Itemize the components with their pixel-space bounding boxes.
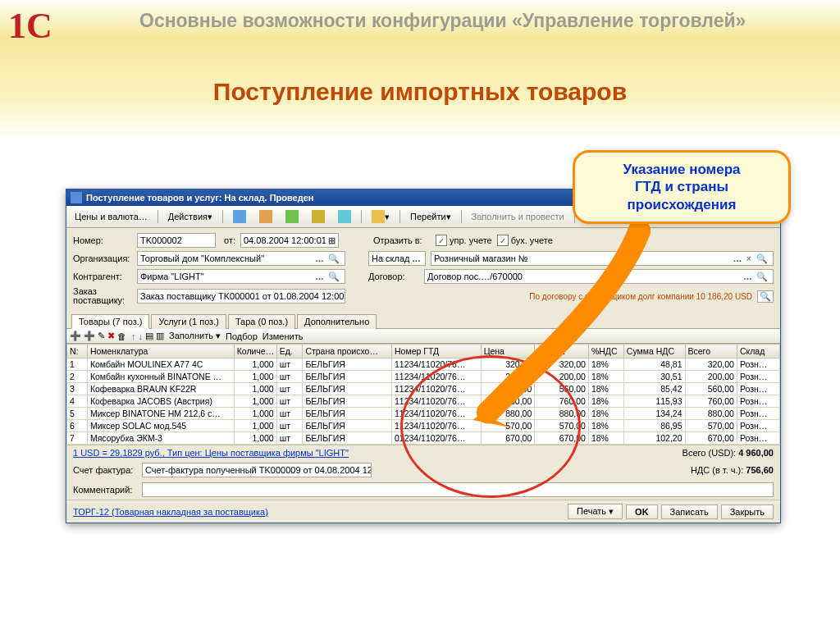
report-icon[interactable] <box>333 208 356 225</box>
date-picker-icon[interactable]: ⊞ <box>326 235 337 246</box>
tab-tare[interactable]: Тара (0 поз.) <box>228 314 295 329</box>
copy-row-icon[interactable]: ➕ <box>84 331 95 341</box>
window-icon <box>71 192 82 203</box>
window-title: Поступление товаров и услуг: На склад. П… <box>86 193 313 203</box>
move-down-icon[interactable]: ↓ <box>139 331 144 341</box>
user-icon[interactable] <box>307 208 330 225</box>
order-label: Заказпоставщику: <box>73 287 132 305</box>
counterparty-field[interactable]: Фирма "LIGHT"…🔍 <box>137 269 345 284</box>
table-header: N:НоменклатураКоличе…Ед. Страна происхо…… <box>67 345 780 358</box>
tab-goods[interactable]: Товары (7 поз.) <box>71 314 149 329</box>
number-label: Номер: <box>73 235 132 245</box>
page-header: Основные возможности конфигурации «Управ… <box>139 10 824 32</box>
tree-icon[interactable] <box>281 208 304 225</box>
table-row[interactable]: 7Мясорубка ЭКМ-31,000штБЕЛЬГИЯ01234/1102… <box>67 432 780 445</box>
callout-arrow <box>434 223 655 420</box>
doc-icon[interactable]: ▾ <box>367 208 395 225</box>
paste-icon[interactable] <box>228 208 251 225</box>
fill-dropdown[interactable]: Заполнить ▾ <box>169 331 221 341</box>
close-button[interactable]: Закрыть <box>721 504 774 519</box>
from-label: от: <box>224 235 235 245</box>
ok-button[interactable]: OK <box>626 504 658 519</box>
goto-dropdown[interactable]: Перейти ▾ <box>405 210 456 224</box>
clear-icon[interactable]: 🗑 <box>117 331 126 341</box>
tab-additional[interactable]: Дополнительно <box>297 314 377 329</box>
org-label: Организация: <box>73 253 132 263</box>
comment-field[interactable] <box>142 482 774 497</box>
logo: 1С <box>8 5 54 51</box>
fill-and-post-button[interactable]: Заполнить и провести <box>467 210 569 223</box>
prices-button[interactable]: Цены и валюта… <box>70 210 153 223</box>
table-row[interactable]: 4Кофеварка JACOBS (Австрия)1,000штБЕЛЬГИ… <box>67 395 780 408</box>
table-row[interactable]: 6Миксер SOLAC мод.5451,000штБЕЛЬГИЯ11234… <box>67 420 780 432</box>
table-toolbar: ➕ ➕ ✎ ✖ 🗑 ↑ ↓ ▤ ▥ Заполнить ▾ Подбор Изм… <box>66 329 780 344</box>
counterparty-label: Контрагент: <box>73 272 132 281</box>
order-field[interactable]: Заказ поставщику TK000001 от 01.08.2004 … <box>137 289 345 304</box>
date-field[interactable]: 04.08.2004 12:00:01⊞ <box>240 233 339 248</box>
table-row[interactable]: 3Кофеварка BRAUN KF22R1,000штБЕЛЬГИЯ1123… <box>67 383 780 395</box>
contract-label: Договор: <box>368 272 419 281</box>
edit-row-icon[interactable]: ✎ <box>98 331 105 341</box>
actions-dropdown[interactable]: Действия ▾ <box>163 210 217 224</box>
tabs: Товары (7 поз.) Услуги (1 поз.) Тара (0 … <box>66 312 780 329</box>
save-button[interactable]: Записать <box>661 504 718 519</box>
move-up-icon[interactable]: ↑ <box>131 331 136 341</box>
rate-note[interactable]: 1 USD = 29,1829 руб., Тип цен: Цены пост… <box>73 448 349 458</box>
sort-asc-icon[interactable]: ▤ <box>145 331 153 341</box>
callout: Указание номера ГТД и страны происхожден… <box>573 150 791 224</box>
app-window: Поступление товаров и услуг: На склад. П… <box>66 189 781 523</box>
page-title: Поступление импортных товаров <box>0 78 840 106</box>
selection-button[interactable]: Подбор <box>226 331 258 341</box>
tab-services[interactable]: Услуги (1 поз.) <box>151 314 226 329</box>
table-row[interactable]: 5Миксер BINATONE HM 212,6 с…1,000штБЕЛЬГ… <box>67 408 780 420</box>
copy-icon[interactable] <box>254 208 277 225</box>
goods-table[interactable]: N:НоменклатураКоличе…Ед. Страна происхо…… <box>66 344 780 445</box>
reflect-label: Отразить в: <box>373 235 431 245</box>
change-button[interactable]: Изменить <box>262 331 304 341</box>
torg12-link[interactable]: ТОРГ-12 (Товарная накладная за поставщик… <box>73 507 268 517</box>
delete-row-icon[interactable]: ✖ <box>107 331 115 341</box>
sort-desc-icon[interactable]: ▥ <box>156 331 164 341</box>
comment-label: Комментарий: <box>73 485 137 495</box>
print-button[interactable]: Печать ▾ <box>568 504 623 519</box>
invoice-field[interactable]: Счет-фактура полученный TK000009 от 04.0… <box>142 463 372 477</box>
table-row[interactable]: 1Комбайн MOULINEX A77 4C1,000штБЕЛЬГИЯ11… <box>67 358 780 371</box>
add-row-icon[interactable]: ➕ <box>70 331 81 341</box>
invoice-label: Счет фактура: <box>73 465 137 475</box>
number-field[interactable]: TK000002 <box>137 233 216 248</box>
table-row[interactable]: 2Комбайн кухонный BINATONE …1,000штБЕЛЬГ… <box>67 371 780 383</box>
warehouse-mode-field[interactable]: На склад… <box>368 251 426 266</box>
org-field[interactable]: Торговый дом "Комплексный"…🔍 <box>137 251 345 266</box>
debt-drilldown[interactable]: 🔍 <box>757 290 774 303</box>
